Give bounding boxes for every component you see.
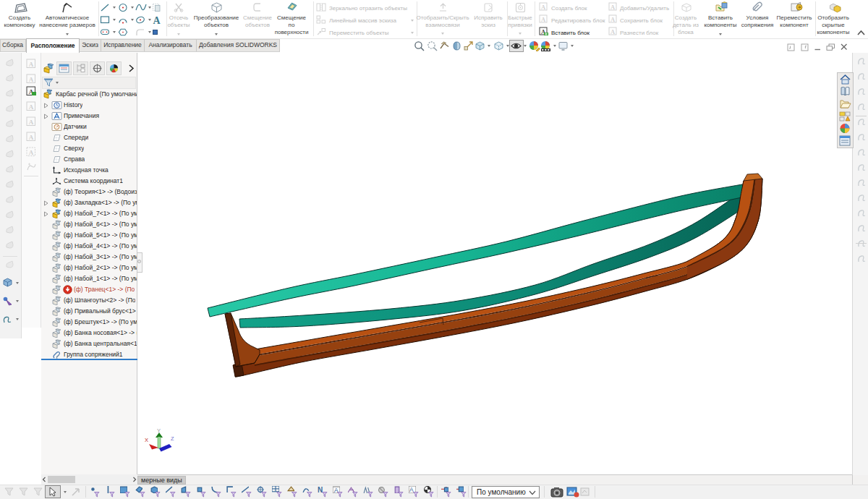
svg-text:A: A bbox=[29, 76, 34, 83]
svg-text:A: A bbox=[541, 4, 546, 11]
svg-text:A: A bbox=[29, 103, 34, 111]
svg-text:A: A bbox=[29, 61, 34, 68]
svg-text:A: A bbox=[29, 134, 34, 141]
svg-text:A: A bbox=[29, 119, 34, 126]
svg-text:A: A bbox=[610, 28, 616, 35]
svg-text:X: X bbox=[145, 437, 148, 443]
svg-text:A: A bbox=[610, 16, 616, 23]
svg-text:Z: Z bbox=[171, 435, 174, 442]
svg-text:Y: Y bbox=[157, 427, 161, 434]
svg-text:A: A bbox=[610, 4, 616, 11]
svg-text:A: A bbox=[29, 149, 34, 156]
svg-text:A: A bbox=[541, 16, 546, 23]
